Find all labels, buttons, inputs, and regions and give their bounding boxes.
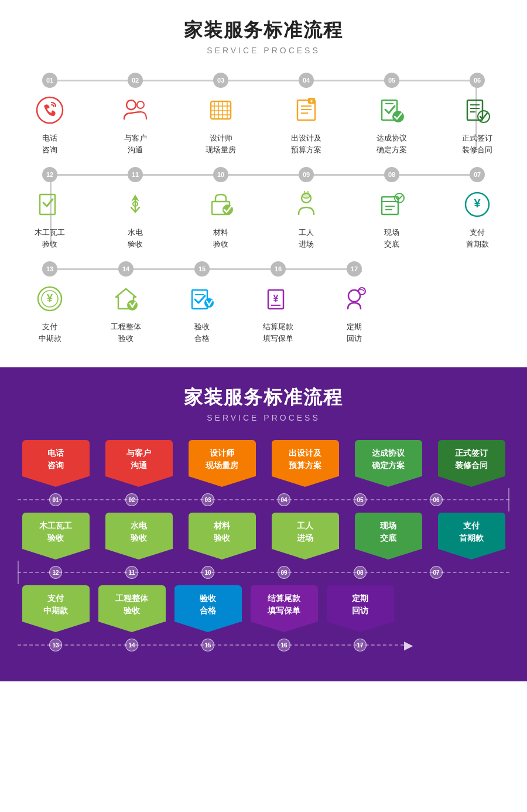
- p-step-02: 与客户沟通: [101, 440, 177, 487]
- step-01-white: 01 电话咨询: [12, 73, 88, 155]
- step-label-03: 设计师现场量房: [206, 132, 236, 155]
- p-step-07: 支付首期款: [433, 513, 509, 559]
- num-09: 09: [278, 566, 290, 579]
- p-card-16: 结算尾款填写保单: [251, 585, 318, 632]
- step-num-08: 08: [384, 167, 399, 182]
- p-card-tip-13: [22, 622, 89, 632]
- p-step-12: 木工瓦工验收: [18, 513, 94, 559]
- p-card-body-04: 出设计及预算方案: [272, 440, 339, 476]
- p-card-body-16: 结算尾款填写保单: [251, 585, 318, 622]
- p-card-12: 木工瓦工验收: [22, 513, 90, 559]
- step-icon-12: [32, 187, 67, 222]
- step-13-white: 13 ¥ 支付中期款: [12, 261, 88, 344]
- num-02: 02: [125, 493, 138, 506]
- p-card-tip-03: [189, 476, 255, 487]
- purple-title-en: SERVICE PROCESS: [12, 413, 515, 422]
- purple-section: 家装服务标准流程 SERVICE PROCESS 电话咨询 与客户沟通: [0, 367, 527, 681]
- step-icon-14: [108, 281, 143, 316]
- step-07-white: 07 ¥ 支付首期款: [439, 167, 515, 250]
- step-icon-16: ¥: [261, 281, 296, 316]
- p-card-06: 正式签订装修合同: [438, 440, 505, 487]
- step-label-04: 出设计及预算方案: [291, 132, 321, 155]
- step-icon-15: [184, 281, 220, 316]
- step-14-white: 14 工程整体验收: [88, 261, 164, 344]
- step-label-08: 现场交底: [384, 227, 399, 250]
- p-step-06: 正式签订装修合同: [433, 440, 509, 487]
- svg-text:¥: ¥: [474, 197, 481, 210]
- p-step-11: 水电验收: [101, 513, 177, 559]
- step-icon-04: ¥: [289, 93, 324, 128]
- step-03-white: 03 设计师现场量房: [183, 73, 259, 155]
- step-icon-09: [289, 187, 324, 222]
- step-num-14: 14: [118, 261, 134, 277]
- step-label-12: 木工瓦工验收: [35, 227, 65, 250]
- step-04-white: 04 ¥ 出设计及预算方案: [268, 73, 344, 155]
- step-label-01: 电话咨询: [42, 132, 57, 155]
- step-num-07: 07: [470, 167, 485, 182]
- p-step-17: 定期回访: [322, 585, 398, 632]
- num-11: 11: [125, 566, 138, 579]
- p-step-05: 达成协议确定方案: [350, 440, 426, 487]
- num-17: 17: [354, 639, 367, 651]
- step-num-10: 10: [213, 167, 228, 182]
- step-label-17: 定期回访: [347, 321, 362, 344]
- num-05: 05: [354, 493, 367, 506]
- step-11-white: 11 水电验收: [97, 167, 173, 250]
- p-card-08: 现场交底: [355, 513, 422, 559]
- p-card-body-07: 支付首期款: [438, 513, 505, 549]
- num-08: 08: [354, 566, 367, 579]
- p-card-body-12: 木工瓦工验收: [22, 513, 90, 549]
- step-label-15: 验收合格: [194, 321, 210, 344]
- p-card-15: 验收合格: [174, 585, 242, 632]
- step-num-05: 05: [384, 73, 399, 88]
- step-label-10: 材料验收: [213, 227, 228, 250]
- step-08-white: 08 现场交底: [354, 167, 430, 250]
- step-icon-02: [118, 93, 153, 128]
- p-card-tip-05: [355, 476, 422, 487]
- p-card-body-03: 设计师现场量房: [189, 440, 256, 476]
- step-10-white: 10 材料验收: [183, 167, 259, 250]
- p-card-tip-01: [22, 476, 89, 487]
- p-card-tip-08: [355, 549, 422, 559]
- p-card-07: 支付首期款: [438, 513, 505, 559]
- step-icon-11: [118, 187, 153, 222]
- step-label-11: 水电验收: [128, 227, 143, 250]
- p-card-tip-16: [251, 622, 317, 632]
- p-card-13: 支付中期款: [22, 585, 90, 632]
- p-card-09: 工人进场: [272, 513, 339, 559]
- p-card-11: 水电验收: [105, 513, 173, 559]
- step-05-white: 05 达成协议确定方案: [354, 73, 430, 155]
- p-step-04: 出设计及预算方案: [267, 440, 343, 487]
- step-17-white: 17 定期回访: [316, 261, 392, 344]
- step-icon-08: [374, 187, 409, 222]
- step-num-01: 01: [42, 73, 57, 88]
- p-card-tip-02: [105, 476, 172, 487]
- p-card-tip-04: [272, 476, 338, 487]
- step-label-09: 工人进场: [299, 227, 314, 250]
- svg-point-2: [137, 101, 144, 108]
- num-07: 07: [430, 566, 443, 579]
- p-step-13: 支付中期款: [18, 585, 94, 632]
- svg-point-0: [37, 97, 63, 123]
- white-row2: 12 木工瓦工验收 11 水电验收 10: [12, 167, 515, 250]
- white-title-en: SERVICE PROCESS: [12, 46, 515, 55]
- step-num-17: 17: [347, 261, 362, 277]
- step-num-04: 04: [299, 73, 314, 88]
- p-card-tip-06: [438, 476, 505, 487]
- p-step-09: 工人进场: [267, 513, 343, 559]
- p-card-02: 与客户沟通: [105, 440, 173, 487]
- p-card-tip-07: [438, 549, 505, 559]
- svg-point-44: [127, 300, 138, 311]
- purple-connector-3: ▶ 13 14 15 16 17: [18, 634, 509, 656]
- p-card-body-06: 正式签订装修合同: [438, 440, 505, 476]
- num-06: 06: [430, 493, 443, 506]
- p-card-10: 材料验收: [189, 513, 256, 559]
- svg-point-49: [204, 298, 214, 308]
- p-card-03: 设计师现场量房: [189, 440, 256, 487]
- step-icon-17: [337, 281, 372, 316]
- step-label-06: 正式签订装修合同: [462, 132, 492, 155]
- num-16: 16: [278, 639, 290, 651]
- p-card-body-15: 验收合格: [174, 585, 242, 622]
- p-step-01: 电话咨询: [18, 440, 94, 487]
- white-row3: 13 ¥ 支付中期款 14 工程整体验收 15: [12, 261, 515, 344]
